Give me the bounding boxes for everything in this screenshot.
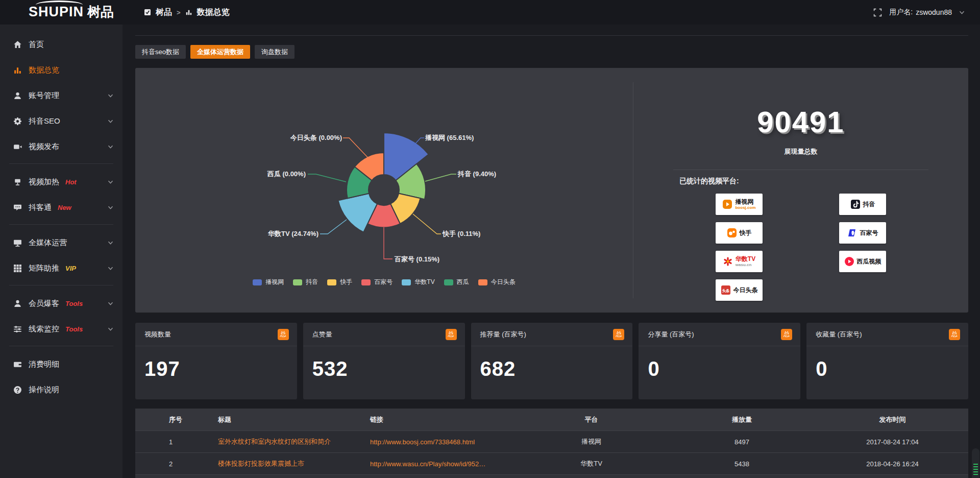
bar-chart-icon (185, 9, 192, 16)
data-tabs: 抖音seo数据全媒体运营数据询盘数据 (135, 45, 295, 59)
cell-index: 2 (164, 460, 213, 468)
sidebar-item-0[interactable]: 首页 (0, 32, 122, 57)
platform-name: 今日头条 (733, 287, 758, 294)
sidebar-item-15[interactable]: 消费明细 (0, 351, 122, 377)
sidebar-item-13[interactable]: 线索监控Tools (0, 316, 122, 342)
tab-0[interactable]: 抖音seo数据 (135, 45, 186, 59)
sidebar-item-7[interactable]: 抖客通New (0, 195, 122, 220)
sidebar-item-2[interactable]: 账号管理 (0, 83, 122, 108)
legend-item-抖音[interactable]: 抖音 (293, 278, 318, 286)
stat-card-value: 682 (480, 357, 633, 380)
cell-url-link[interactable]: http://www.wasu.cn/Play/show/id/952… (370, 460, 485, 468)
sidebar-item-12[interactable]: 会员爆客Tools (0, 291, 122, 316)
stat-card-label: 推荐量 (百家号) (480, 330, 526, 339)
legend-swatch (253, 279, 262, 285)
platform-logo-grid: 播视网boosj.com快手华数TVwasu.cn头条今日头条 抖音百家号西瓜视… (716, 194, 886, 301)
platform-name: 播视网 (735, 199, 755, 205)
cell-title-link[interactable]: 室外水纹灯和室内水纹灯的区别和简介 (218, 438, 331, 445)
legend-label: 今日头条 (491, 278, 516, 286)
stat-card-3: 分享量 (百家号)总0 (639, 323, 800, 399)
sidebar-item-label: 消费明细 (29, 360, 59, 369)
rose-chart-svg: 播视网 (65.61%)抖音 (9.40%)快手 (0.11%)百家号 (0.1… (135, 68, 633, 313)
tab-2[interactable]: 询盘数据 (255, 45, 295, 59)
legend-item-播视网[interactable]: 播视网 (253, 278, 284, 286)
fullscreen-icon[interactable] (873, 8, 882, 17)
chevron-down-icon (959, 10, 965, 15)
gear-icon (13, 117, 22, 126)
platform-card-抖音[interactable]: 抖音 (839, 194, 886, 215)
floating-service-widget[interactable] (972, 448, 979, 478)
sidebar-item-badge: Tools (65, 300, 83, 307)
stat-card-value: 0 (816, 357, 968, 380)
user-menu-chevron-icon[interactable] (959, 10, 965, 15)
legend-swatch (478, 279, 487, 285)
legend-item-西瓜[interactable]: 西瓜 (444, 278, 469, 286)
legend-item-华数TV[interactable]: 华数TV (402, 278, 434, 286)
stat-card-label: 收藏量 (百家号) (816, 330, 862, 339)
sidebar-item-10[interactable]: 矩阵助推VIP (0, 255, 122, 281)
cell-platform: 华数TV (516, 459, 667, 468)
pie-label: 播视网 (65.61%) (425, 134, 474, 141)
legend-label: 快手 (340, 278, 352, 286)
breadcrumb-separator: > (177, 9, 181, 16)
table-row-0: 1室外水纹灯和室内水纹灯的区别和简介http://www.boosj.com/7… (135, 431, 968, 452)
wasu-logo-icon (723, 256, 733, 267)
legend-item-快手[interactable]: 快手 (327, 278, 352, 286)
cell-url-link[interactable]: http://www.boosj.com/7338468.html (370, 438, 475, 446)
wallet-icon (13, 360, 22, 369)
user-icon (13, 91, 22, 100)
table-row-1: 2楼体投影灯投影效果震撼上市http://www.wasu.cn/Play/sh… (135, 452, 968, 474)
username-value[interactable]: zswodun88 (916, 8, 952, 16)
platform-card-华数TV[interactable]: 华数TVwasu.cn (716, 251, 763, 272)
total-badge[interactable]: 总 (949, 329, 960, 340)
tab-1[interactable]: 全媒体运营数据 (190, 45, 250, 59)
sidebar-item-4[interactable]: 视频发布 (0, 134, 122, 159)
stat-card-label: 点赞量 (312, 330, 332, 339)
breadcrumb-root-icon (144, 9, 151, 16)
cell-title-link[interactable]: 楼体投影灯投影效果震撼上市 (218, 460, 304, 467)
sidebar-divider (9, 285, 113, 285)
platform-card-播视网[interactable]: 播视网boosj.com (716, 194, 763, 215)
chevron-down-icon (108, 118, 113, 124)
pie-slice-华数TV[interactable] (338, 194, 378, 232)
table-header-cell: 播放量 (667, 415, 817, 424)
table-row-clipped (135, 474, 968, 478)
total-badge[interactable]: 总 (446, 329, 457, 340)
sidebar-item-16[interactable]: 操作说明 (0, 377, 122, 402)
breadcrumb-root[interactable]: 树品 (156, 7, 172, 18)
platform-name: 百家号 (860, 230, 878, 236)
stat-card-2: 推荐量 (百家号)总682 (471, 323, 633, 399)
breadcrumb-current[interactable]: 数据总览 (197, 7, 230, 18)
sidebar-item-label: 操作说明 (29, 385, 59, 395)
chevron-down-icon (108, 205, 113, 210)
pie-label: 华数TV (24.74%) (267, 230, 318, 237)
toutiao-logo-icon: 头条 (721, 285, 731, 295)
chevron-down-icon (108, 326, 113, 332)
sidebar-item-1[interactable]: 数据总览 (0, 57, 122, 83)
overview-panel: 播视网 (65.61%)抖音 (9.40%)快手 (0.11%)百家号 (0.1… (135, 68, 968, 313)
sidebar-item-9[interactable]: 全媒体运营 (0, 230, 122, 255)
platforms-label: 已统计的视频平台: (679, 177, 968, 186)
total-badge[interactable]: 总 (278, 329, 289, 340)
total-badge[interactable]: 总 (781, 329, 792, 340)
chevron-down-icon (108, 179, 113, 185)
legend-item-百家号[interactable]: 百家号 (361, 278, 393, 286)
sidebar-item-label: 全媒体运营 (29, 238, 67, 248)
platform-share-rose-chart[interactable]: 播视网 (65.61%)抖音 (9.40%)快手 (0.11%)百家号 (0.1… (135, 68, 633, 313)
platform-card-西瓜视频[interactable]: 西瓜视频 (839, 251, 886, 272)
sidebar-item-label: 数据总览 (29, 65, 59, 75)
platform-card-百家号[interactable]: 百家号 (839, 222, 886, 244)
platform-name: 华数TV (736, 256, 755, 262)
total-badge[interactable]: 总 (613, 329, 624, 340)
pie-label-line (320, 220, 347, 234)
platform-card-快手[interactable]: 快手 (716, 222, 763, 244)
sidebar-item-6[interactable]: 视频加热Hot (0, 169, 122, 195)
sidebar-item-label: 首页 (29, 40, 44, 50)
sidebar-item-3[interactable]: 抖音SEO (0, 108, 122, 134)
pie-label-line (384, 227, 393, 259)
legend-item-今日头条[interactable]: 今日头条 (478, 278, 516, 286)
logo-text-en: SHUPIN (29, 3, 84, 20)
platform-card-今日头条[interactable]: 头条今日头条 (716, 279, 763, 301)
stat-card-value: 0 (648, 357, 800, 380)
sliders-icon (13, 325, 22, 333)
